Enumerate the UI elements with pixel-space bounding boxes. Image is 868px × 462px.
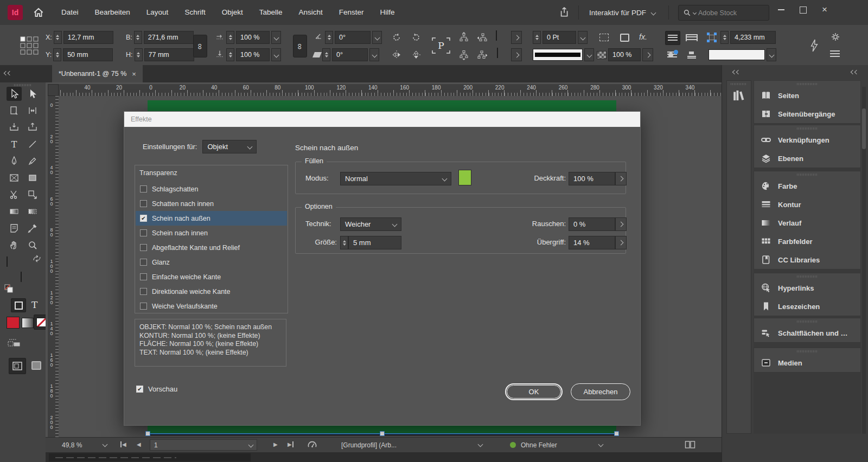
scale-x-stepper[interactable] (226, 31, 234, 44)
effect-checkbox[interactable] (140, 200, 147, 207)
screen-mode-normal-button[interactable] (9, 358, 26, 374)
panel-item-schaltflaechen[interactable]: Schaltflächen und … (754, 324, 860, 342)
formatting-affects-text-icon[interactable]: T (31, 299, 37, 310)
effects-fx-button[interactable]: fx. (639, 33, 647, 41)
rotation-dropdown[interactable] (372, 31, 382, 44)
collapse-icon-column[interactable] (733, 70, 740, 74)
technique-select[interactable]: Weicher (340, 217, 401, 231)
home-icon[interactable] (33, 7, 44, 21)
y-field[interactable]: 50 mm (63, 48, 113, 61)
type-tool[interactable]: T (7, 137, 22, 151)
panel-group-grip[interactable] (797, 83, 818, 85)
wrap-none-icon[interactable] (665, 31, 680, 45)
width-field[interactable]: 271,6 mm (144, 31, 194, 44)
error-status-dropdown-icon[interactable] (598, 442, 604, 447)
effect-row-2[interactable]: Schatten nach innen (136, 196, 287, 211)
panel-group-grip[interactable] (797, 127, 818, 130)
maximize-button[interactable] (792, 2, 814, 17)
dock-scrollbar[interactable] (862, 87, 866, 434)
apply-gradient-button[interactable] (22, 318, 34, 328)
flip-horizontal-icon[interactable] (390, 48, 404, 61)
preflight-gauge-icon[interactable] (307, 440, 317, 452)
noise-field[interactable]: 0 % (569, 217, 615, 231)
menu-schrift[interactable]: Schrift (176, 0, 213, 25)
column-grip[interactable] (731, 83, 747, 85)
zoom-dropdown-icon[interactable] (103, 442, 108, 447)
opacity-expand-button[interactable] (642, 48, 653, 61)
share-icon[interactable] (558, 6, 570, 20)
select-container-icon[interactable]: P (430, 36, 452, 55)
zoom-level-value[interactable]: 49,8 % (62, 441, 82, 449)
glow-opacity-expand[interactable] (615, 172, 627, 185)
quick-apply-lightning-icon[interactable] (809, 39, 819, 54)
frame-tool[interactable] (7, 171, 22, 185)
spread-field[interactable]: 14 % (569, 236, 615, 249)
panel-item-cc-libraries[interactable]: CC Libraries (754, 251, 860, 269)
scale-x-field[interactable]: 100 % (236, 31, 270, 44)
panel-item-farbfelder[interactable]: Farbfelder (754, 232, 860, 251)
selection-handle[interactable] (145, 431, 150, 436)
indesign-logo-icon[interactable]: Id (8, 5, 23, 20)
ok-button[interactable]: OK (505, 383, 563, 400)
stroke-style-dropdown[interactable] (584, 48, 594, 61)
stroke-swatch-none[interactable] (497, 48, 498, 58)
menu-datei[interactable]: Datei (53, 0, 87, 25)
applied-swatch-preview[interactable] (709, 49, 765, 60)
height-stepper[interactable] (135, 48, 143, 61)
workspace-switcher[interactable]: Interaktiv für PDF (589, 0, 655, 25)
dialog-titlebar[interactable]: Effekte (124, 112, 640, 127)
menu-ansicht[interactable]: Ansicht (290, 0, 330, 25)
height-field[interactable]: 77 mm (144, 48, 194, 61)
formatting-affects-container-icon[interactable] (11, 298, 26, 312)
preflight-profile-value[interactable]: [Grundprofil] (Arb... (341, 441, 397, 449)
size-stepper[interactable] (340, 236, 348, 249)
tab-close-icon[interactable]: × (132, 70, 136, 78)
effect-row-5[interactable]: Abgeflachte Kante und Relief (136, 240, 287, 255)
view-options-icon[interactable] (8, 338, 22, 351)
fill-expand-button[interactable] (511, 31, 522, 44)
effect-checkbox[interactable] (140, 273, 147, 280)
settings-for-select[interactable]: Objekt (202, 140, 257, 153)
select-next-object-below-icon[interactable] (457, 48, 471, 61)
selection-handle[interactable] (380, 431, 385, 436)
menu-layout[interactable]: Layout (138, 0, 177, 25)
previous-page-button[interactable]: ◀ (137, 441, 141, 447)
error-status-value[interactable]: Ohne Fehler (521, 441, 557, 449)
panel-item-kontur[interactable]: Kontur (754, 195, 860, 214)
menu-fenster[interactable]: Fenster (331, 0, 372, 25)
width-stepper[interactable] (134, 31, 142, 44)
effect-row-7[interactable]: Einfache weiche Kante (136, 270, 287, 284)
stroke-weight-dropdown[interactable] (578, 31, 588, 44)
eyedropper-tool[interactable] (25, 221, 40, 235)
opacity-field[interactable]: 100 % (608, 48, 641, 61)
panel-item-farbe[interactable]: Farbe (754, 177, 860, 195)
reference-point-proxy[interactable] (20, 36, 39, 57)
select-previous-object-icon[interactable] (457, 31, 471, 44)
spread-expand[interactable] (615, 236, 627, 249)
menu-objekt[interactable]: Objekt (214, 0, 251, 25)
free-transform-tool[interactable] (25, 188, 40, 202)
panel-item-ebenen[interactable]: Ebenen (754, 149, 860, 168)
panel-item-medien[interactable]: Medien (754, 354, 860, 372)
horizontal-ruler[interactable]: 4020020406080100120140160180200220240260… (59, 84, 722, 97)
stroke-weight-stepper[interactable] (533, 31, 541, 44)
wrap-around-bounding-box-icon[interactable] (685, 31, 699, 44)
panel-item-lesezeichen[interactable]: Lesezeichen (754, 297, 860, 316)
glow-opacity-field[interactable]: 100 % (569, 172, 615, 185)
constrain-scale-link-icon[interactable]: ∞ (293, 35, 307, 57)
effect-checkbox[interactable] (140, 215, 147, 222)
corner-radius-stepper[interactable] (720, 31, 729, 44)
mode-select[interactable]: Normal (340, 172, 451, 185)
scale-y-field[interactable]: 100 % (236, 48, 270, 61)
size-field[interactable]: 5 mm (348, 236, 401, 249)
swap-fill-stroke-icon[interactable] (33, 255, 41, 265)
select-next-object-above-icon[interactable] (475, 31, 489, 44)
menu-tabelle[interactable]: Tabelle (251, 0, 291, 25)
flip-vertical-icon[interactable] (409, 48, 423, 61)
selection-handle[interactable] (614, 431, 619, 436)
effect-row-6[interactable]: Glanz (136, 255, 287, 270)
search-input[interactable]: Adobe Stock (678, 5, 769, 21)
rotate-90-cw-icon[interactable] (390, 31, 404, 44)
page-number-field[interactable]: 1 (150, 439, 257, 451)
y-stepper[interactable] (53, 48, 61, 61)
